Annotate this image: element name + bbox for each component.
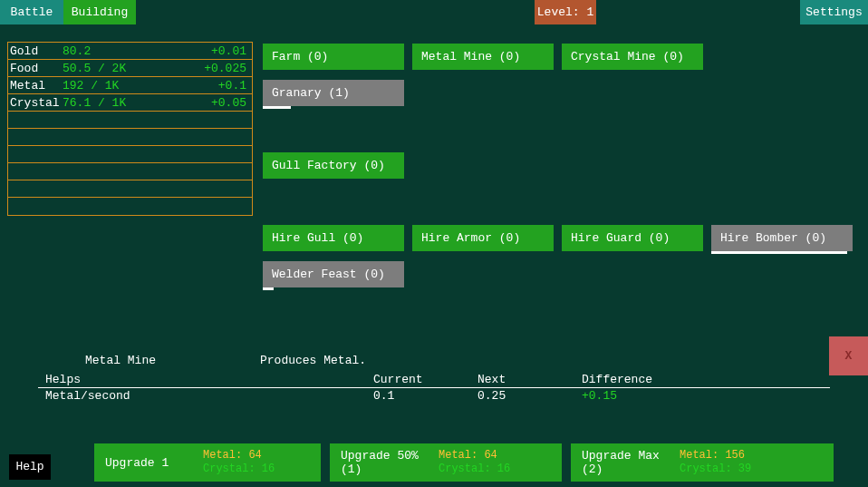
- upgrade-cost-crystal: Crystal: 16: [439, 463, 555, 476]
- tab-building[interactable]: Building: [63, 0, 136, 24]
- tab-battle[interactable]: Battle: [0, 0, 63, 24]
- resource-value: 192 / 1K: [63, 77, 189, 93]
- upgrade-label: Upgrade Max (2): [571, 449, 680, 476]
- stat-diff: +0.15: [582, 388, 830, 404]
- resource-value: 50.5 / 2K: [63, 60, 189, 76]
- upgrade-label: Upgrade 50% (1): [330, 449, 439, 476]
- detail-panel: Metal Mine Produces Metal. Helps Current…: [38, 354, 830, 404]
- resource-label: Metal: [8, 77, 63, 93]
- resource-label: Crystal: [8, 94, 63, 111]
- head-helps: Helps: [38, 373, 373, 386]
- building-button[interactable]: Gull Factory (0): [263, 152, 404, 179]
- head-current: Current: [373, 373, 477, 386]
- building-progress: [711, 251, 847, 254]
- upgrade-cost-metal: Metal: 64: [439, 449, 555, 463]
- resource-row-empty: [8, 198, 252, 215]
- resource-delta: +0.01: [189, 43, 252, 59]
- resource-delta: +0.1: [189, 77, 252, 93]
- resource-delta: +0.025: [189, 60, 252, 76]
- upgrade-cost-metal: Metal: 156: [680, 449, 826, 463]
- building-button[interactable]: Hire Bomber (0): [711, 225, 853, 251]
- resource-row: Gold 80.2 +0.01: [8, 43, 252, 60]
- help-button[interactable]: Help: [9, 454, 51, 480]
- building-button[interactable]: Metal Mine (0): [412, 44, 554, 70]
- stat-current: 0.1: [373, 388, 477, 404]
- resource-row-empty: [8, 129, 252, 146]
- resource-row-empty: [8, 146, 252, 163]
- resource-row: Crystal 76.1 / 1K +0.05: [8, 94, 252, 112]
- level-badge: Level: 1: [535, 0, 596, 24]
- upgrade-label: Upgrade 1: [94, 456, 203, 470]
- detail-desc: Produces Metal.: [260, 354, 830, 367]
- resource-row: Metal 192 / 1K +0.1: [8, 77, 252, 94]
- upgrade-one-button[interactable]: Upgrade 1 Metal: 64 Crystal: 16: [94, 443, 321, 482]
- resource-row-empty: [8, 163, 252, 180]
- resource-label: Food: [8, 60, 63, 76]
- close-detail-button[interactable]: X: [829, 336, 868, 375]
- building-progress: [263, 287, 274, 290]
- resource-row: Food 50.5 / 2K +0.025: [8, 60, 252, 77]
- stat-next: 0.25: [477, 388, 582, 404]
- resource-value: 80.2: [63, 43, 189, 59]
- settings-button[interactable]: Settings: [800, 0, 868, 24]
- building-button[interactable]: Welder Feast (0): [263, 261, 404, 287]
- resource-value: 76.1 / 1K: [63, 94, 189, 111]
- resource-row-empty: [8, 112, 252, 129]
- upgrade-cost-crystal: Crystal: 39: [680, 463, 826, 476]
- building-button[interactable]: Hire Armor (0): [412, 225, 554, 251]
- building-button[interactable]: Hire Guard (0): [562, 225, 703, 251]
- resource-delta: +0.05: [189, 94, 252, 111]
- resource-table: Gold 80.2 +0.01 Food 50.5 / 2K +0.025 Me…: [7, 42, 253, 216]
- upgrade-cost-metal: Metal: 64: [203, 449, 313, 463]
- building-button[interactable]: Crystal Mine (0): [562, 44, 703, 70]
- building-button[interactable]: Hire Gull (0): [263, 225, 404, 251]
- building-progress: [263, 106, 291, 109]
- upgrade-max-button[interactable]: Upgrade Max (2) Metal: 156 Crystal: 39: [571, 443, 834, 482]
- detail-stat-head: Helps Current Next Difference: [38, 370, 830, 388]
- detail-name: Metal Mine: [85, 354, 156, 367]
- upgrade-fifty-button[interactable]: Upgrade 50% (1) Metal: 64 Crystal: 16: [330, 443, 562, 482]
- head-difference: Difference: [582, 373, 830, 386]
- upgrade-cost-crystal: Crystal: 16: [203, 463, 313, 476]
- stat-label: Metal/second: [38, 388, 373, 404]
- building-button[interactable]: Farm (0): [263, 44, 404, 70]
- head-next: Next: [477, 373, 582, 386]
- detail-stat-row: Metal/second 0.1 0.25 +0.15: [38, 388, 830, 404]
- resource-row-empty: [8, 180, 252, 198]
- building-button[interactable]: Granary (1): [263, 80, 404, 106]
- resource-label: Gold: [8, 43, 63, 59]
